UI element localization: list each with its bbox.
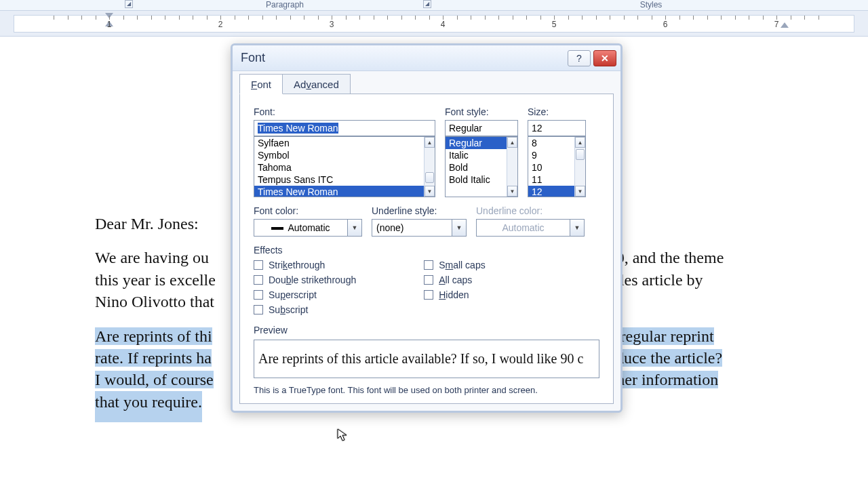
right-indent-marker[interactable]: [781, 13, 789, 20]
scrollbar[interactable]: ▲ ▼: [507, 137, 517, 197]
list-item[interactable]: 12: [528, 186, 574, 197]
ruler-number: 7: [774, 20, 779, 29]
preview-label: Preview: [254, 325, 599, 336]
ruler-number: 1: [107, 20, 112, 29]
ribbon-group-styles: Styles: [434, 0, 868, 10]
size-input[interactable]: 12: [528, 120, 586, 136]
checkbox-icon: [254, 260, 263, 270]
checkbox-icon: [254, 275, 263, 285]
underline-color-label: Underline color:: [476, 205, 585, 216]
list-item[interactable]: 9: [528, 149, 574, 161]
chevron-down-icon[interactable]: ▼: [347, 219, 362, 237]
scrollbar[interactable]: ▲ ▼: [574, 137, 585, 197]
ruler-number: 2: [218, 20, 223, 29]
dialog-tabs: Font Advanced: [239, 74, 614, 94]
scroll-thumb[interactable]: [425, 172, 434, 183]
list-item[interactable]: Times New Roman: [254, 186, 424, 197]
all-caps-checkbox[interactable]: All caps: [424, 274, 485, 285]
ruler-number: 6: [663, 20, 668, 29]
list-item[interactable]: Tahoma: [254, 161, 424, 174]
ribbon-group-label: Paragraph: [266, 0, 304, 9]
dialog-launcher-icon[interactable]: ◢: [423, 0, 431, 8]
horizontal-ruler[interactable]: 1234567: [0, 11, 868, 37]
strikethrough-checkbox[interactable]: Strikethrough: [254, 260, 356, 270]
chevron-down-icon: ▼: [570, 219, 585, 237]
underline-color-dropdown: Automatic ▼: [476, 219, 585, 237]
dialog-launcher-icon[interactable]: ◢: [125, 0, 133, 8]
underline-style-dropdown[interactable]: (none) ▼: [372, 219, 467, 237]
checkbox-icon: [424, 275, 433, 285]
chevron-down-icon[interactable]: ▼: [452, 219, 467, 237]
color-swatch-icon: [271, 227, 283, 230]
help-button[interactable]: ?: [568, 50, 591, 66]
ribbon-group-font: ◢: [0, 0, 136, 10]
font-dialog: Font ? ✕ Font Advanced Font: Times New R…: [231, 43, 623, 413]
ruler-number: 4: [441, 20, 446, 29]
tab-font[interactable]: Font: [239, 74, 283, 94]
font-label: Font:: [254, 106, 435, 117]
dialog-title: Font: [237, 51, 565, 65]
scroll-thumb[interactable]: [576, 149, 585, 160]
list-item[interactable]: 11: [528, 174, 574, 186]
font-style-listbox[interactable]: Regular Italic Bold Bold Italic ▲ ▼: [445, 136, 518, 197]
checkbox-icon: [424, 260, 433, 270]
scroll-down-button[interactable]: ▼: [507, 186, 517, 197]
ribbon-group-label: Styles: [640, 0, 663, 9]
font-input[interactable]: Times New Roman: [254, 120, 435, 136]
double-strikethrough-checkbox[interactable]: Double strikethrough: [254, 274, 356, 285]
superscript-checkbox[interactable]: Superscript: [254, 289, 356, 300]
font-color-dropdown[interactable]: Automatic ▼: [254, 219, 362, 237]
scroll-down-button[interactable]: ▼: [425, 186, 435, 197]
preview-note: This is a TrueType font. This font will …: [254, 385, 599, 395]
font-listbox[interactable]: Sylfaen Symbol Tahoma Tempus Sans ITC Ti…: [254, 136, 435, 197]
list-item[interactable]: Sylfaen: [254, 137, 424, 149]
scroll-up-button[interactable]: ▲: [575, 137, 585, 148]
list-item[interactable]: 10: [528, 161, 574, 174]
close-button[interactable]: ✕: [593, 50, 616, 66]
preview-box: Are reprints of this article available? …: [254, 340, 599, 378]
checkbox-icon: [254, 305, 263, 314]
dialog-titlebar[interactable]: Font ? ✕: [233, 45, 620, 71]
help-icon: ?: [576, 53, 582, 64]
underline-style-label: Underline style:: [372, 205, 467, 216]
subscript-checkbox[interactable]: Subscript: [254, 304, 356, 315]
effects-label: Effects: [254, 245, 599, 256]
small-caps-checkbox[interactable]: Small caps: [424, 260, 485, 270]
list-item[interactable]: Regular: [446, 137, 507, 149]
checkbox-icon: [254, 290, 263, 300]
ribbon-groups: ◢ Paragraph ◢ Styles: [0, 0, 868, 11]
list-item[interactable]: Bold: [446, 161, 507, 174]
font-color-label: Font color:: [254, 205, 362, 216]
close-icon: ✕: [601, 53, 609, 64]
list-item[interactable]: Bold Italic: [446, 174, 507, 186]
ruler-number: 5: [552, 20, 557, 29]
scroll-up-button[interactable]: ▲: [425, 137, 435, 148]
font-style-label: Font style:: [445, 106, 518, 117]
tab-panel-font: Font: Times New Roman Sylfaen Symbol Tah…: [239, 94, 614, 404]
hidden-checkbox[interactable]: Hidden: [424, 289, 485, 300]
size-label: Size:: [528, 106, 586, 117]
size-listbox[interactable]: 8 9 10 11 12 ▲ ▼: [528, 136, 586, 197]
checkbox-icon: [424, 290, 433, 300]
list-item[interactable]: Tempus Sans ITC: [254, 174, 424, 186]
list-item[interactable]: 8: [528, 137, 574, 149]
scroll-down-button[interactable]: ▼: [575, 186, 585, 197]
font-style-input[interactable]: Regular: [445, 120, 518, 136]
scroll-up-button[interactable]: ▲: [507, 137, 517, 148]
tab-advanced[interactable]: Advanced: [282, 74, 351, 94]
scrollbar[interactable]: ▲ ▼: [424, 137, 435, 197]
ruler-number: 3: [330, 20, 334, 29]
list-item[interactable]: Italic: [446, 149, 507, 161]
ribbon-group-paragraph: Paragraph ◢: [136, 0, 434, 10]
effects-group: Strikethrough Double strikethrough Super…: [254, 260, 599, 315]
list-item[interactable]: Symbol: [254, 149, 424, 161]
